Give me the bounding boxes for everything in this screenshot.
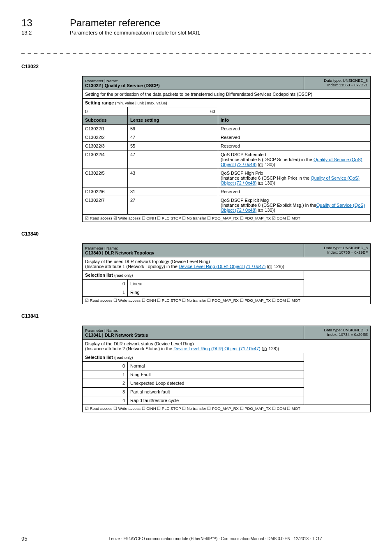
selection-list-label: Selection list [85,355,113,360]
access-flags: ☑ Read access ☐ Write access ☐ CINH ☐ PL… [83,405,371,412]
param-name: C13841 | DLR Network Status [85,333,148,338]
index: Index: 10735 = 0x29EF [327,250,368,254]
param-desc-pre: Display of the DLR network status (Devic… [85,341,194,346]
table-row: C13022/1 59 Reserved [83,125,371,133]
data-type: Data type: UNSIGNED_8 [324,78,368,83]
read-only-label: (read only) [114,273,133,278]
lenze-setting-label: Lenze setting [128,116,218,125]
table-row: C13022/6 31 Reserved [83,187,371,196]
index: Index: 11553 = 0x2D21 [327,83,368,87]
section-number: 13.2 [21,30,58,36]
access-flags: ☑ Read access ☑ Write access ☐ CINH ☐ PL… [83,215,371,222]
range-max: 63 [128,107,218,116]
table-c13022: Parameter | Name: C13022 | Quality of Se… [82,76,371,222]
param-code-c13022: C13022 [21,64,371,69]
table-c13841: Parameter | Name: C13841 | DLR Network S… [82,326,371,412]
setting-range-detail: (min. value | unit | max. value) [115,101,167,105]
index: Index: 10734 = 0x29EE [327,332,368,337]
dlr-link[interactable]: Device Level Ring (DLR) Object (71 / 0x4… [173,346,261,351]
footer-text: Lenze · E94AYCEO communication module (E… [60,536,371,541]
dlr-link[interactable]: Device Level Ring (DLR) Object (71 / 0x4… [179,264,266,269]
book-icon: 🕮 [263,347,267,351]
param-name: C13840 | DLR Network Topology [85,250,154,255]
param-name-label: Parameter | Name: [85,79,118,83]
page-number: 95 [21,536,27,542]
chapter-title: Parameter reference [70,17,160,29]
subcodes-label: Subcodes [83,116,128,125]
table-row: C13022/7 27 QoS DSCP Explicit Msg (Insta… [83,196,371,215]
table-row: C13022/4 47 QoS DSCP Scheduled (Instance… [83,150,371,169]
param-name-label: Parameter | Name: [85,328,118,333]
access-flags: ☑ Read access ☐ Write access ☐ CINH ☐ PL… [83,297,371,304]
param-name: C13022 | Quality of Service (DSCP) [85,83,160,88]
book-icon: 🕮 [259,208,263,213]
range-min: 0 [83,107,128,116]
book-icon: 🕮 [268,264,272,269]
table-row: C13022/2 47 Reserved [83,133,371,142]
divider-line: _ _ _ _ _ _ _ _ _ _ _ _ _ _ _ _ _ _ _ _ … [21,47,371,54]
param-code-c13841: C13841 [21,313,371,319]
table-row: C13022/3 55 Reserved [83,142,371,150]
setting-range-label: Setting range [85,100,114,105]
book-icon: 🕮 [259,162,263,167]
param-name-label: Parameter | Name: [85,246,118,250]
table-row: C13022/5 43 QoS DSCP High Prio (Instance… [83,169,371,187]
read-only-label: (read only) [114,355,133,360]
page-footer: 95 Lenze · E94AYCEO communication module… [21,536,371,542]
chapter-header: 13 Parameter reference [21,17,371,29]
data-type: Data type: UNSIGNED_8 [324,328,368,332]
section-title: Parameters of the communication module f… [70,30,200,36]
param-code-c13840: C13840 [21,231,371,237]
param-desc-pre: Display of the used DLR network topology… [85,259,210,264]
param-description: Setting for the prioritisation of the da… [83,90,371,99]
data-type: Data type: UNSIGNED_8 [324,245,368,250]
table-c13840: Parameter | Name: C13840 | DLR Network T… [82,243,371,304]
book-icon: 🕮 [259,181,263,185]
chapter-number: 13 [21,17,58,29]
selection-list-label: Selection list [85,273,113,278]
info-label: Info [218,116,371,125]
section-header: 13.2 Parameters of the communication mod… [21,30,371,36]
